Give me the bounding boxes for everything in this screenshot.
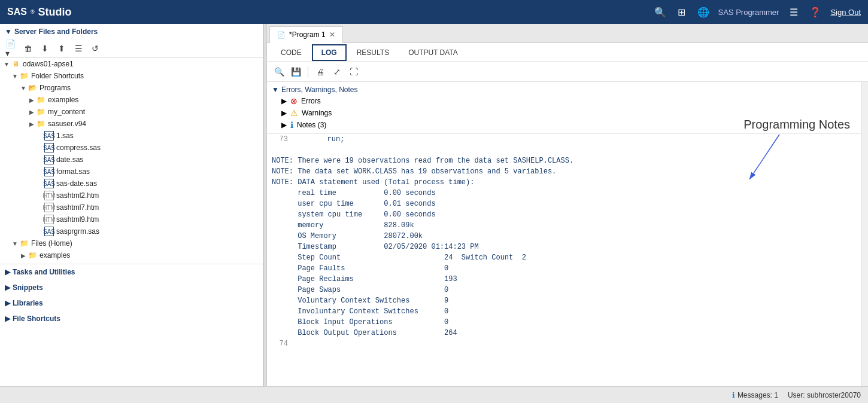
code-tab[interactable]: CODE xyxy=(272,44,311,61)
tree-item-sasuser[interactable]: ▶ 📁 sasuser.v94 xyxy=(0,118,263,130)
tree-item-sasprgrm[interactable]: SAS sasprgrm.sas xyxy=(0,225,263,237)
tasks-label: Tasks and Utilities xyxy=(13,268,75,276)
note-line-timestamp: Timestamp 02/05/2020 01:14:23 PM xyxy=(272,242,856,252)
note-line-3: NOTE: DATA statement used (Total process… xyxy=(272,177,856,188)
download-button[interactable]: ⬇ xyxy=(38,42,51,55)
file-tree: ▼ 🖥 odaws01-apse1 ▼ 📁 Folder Shortcuts ▼… xyxy=(0,58,263,261)
warnings-item[interactable]: ▶ ⚠ Warnings xyxy=(272,107,856,119)
fullscreen-icon[interactable]: ⛶ xyxy=(347,65,361,79)
user-label: SAS Programmer xyxy=(718,8,779,17)
file-shortcuts-section[interactable]: ▶ File Shortcuts xyxy=(0,311,263,326)
help-icon[interactable]: ❓ xyxy=(809,5,822,19)
log-content-wrapper: ▼ Errors, Warnings, Notes ▶ ⊗ Errors ▶ ⚠… xyxy=(267,82,868,386)
tree-item-sashtml7[interactable]: HTM sashtml7.htm xyxy=(0,202,263,213)
new-file-button[interactable]: 📄▾ xyxy=(5,42,18,55)
tree-item-1sas[interactable]: SAS 1.sas xyxy=(0,130,263,142)
apps-icon[interactable]: ⊞ xyxy=(675,5,688,19)
tree-item-sashtml9[interactable]: HTM sashtml9.htm xyxy=(0,213,263,225)
arrow-folder-shortcuts: ▼ xyxy=(11,73,19,80)
ewn-header[interactable]: ▼ Errors, Warnings, Notes xyxy=(272,84,856,95)
tree-item-examples-home[interactable]: ▶ 📁 examples xyxy=(0,249,263,261)
globe-icon[interactable]: 🌐 xyxy=(697,5,710,19)
note-line-memory: memory 828.09k xyxy=(272,220,856,231)
notes-expand-arrow: ▶ xyxy=(281,121,287,129)
output-data-tab-label: OUTPUT DATA xyxy=(408,48,458,57)
arrow-files-home: ▼ xyxy=(11,240,19,247)
save-log-icon[interactable]: 💾 xyxy=(289,65,303,79)
upload-button[interactable]: ⬆ xyxy=(55,42,68,55)
tree-item-my-content[interactable]: ▶ 📁 my_content xyxy=(0,106,263,118)
arrow-sasuser: ▶ xyxy=(28,121,36,127)
tree-item-programs[interactable]: ▼ 📂 Programs xyxy=(0,82,263,94)
file-shortcuts-label: File Shortcuts xyxy=(13,315,60,323)
tree-item-compress[interactable]: SAS compress.sas xyxy=(0,142,263,154)
tab-bar: 📄 *Program 1 ✕ xyxy=(267,24,868,43)
header-right: 🔍 ⊞ 🌐 SAS Programmer ☰ ❓ Sign Out xyxy=(654,5,861,19)
delete-button[interactable]: 🗑 xyxy=(22,42,35,55)
code-line-74: 74 xyxy=(272,338,856,349)
1sas-label: 1.sas xyxy=(56,132,74,140)
arrow-snippets: ▶ xyxy=(5,283,10,292)
tree-item-sasdate[interactable]: SAS sas-date.sas xyxy=(0,178,263,190)
errors-label: Errors xyxy=(301,97,321,105)
notes-label: Notes (3) xyxy=(297,121,326,129)
ewn-header-label: Errors, Warnings, Notes xyxy=(281,86,358,94)
libraries-section[interactable]: ▶ Libraries xyxy=(0,295,263,311)
toolbar-divider xyxy=(308,66,308,78)
notes-item[interactable]: ▶ ℹ Notes (3) xyxy=(272,119,856,131)
main-layout: ▼ Server Files and Folders 📄▾ 🗑 ⬇ ⬆ ☰ ↺ … xyxy=(0,24,868,386)
tab-close-button[interactable]: ✕ xyxy=(329,30,335,39)
tree-item-files-home[interactable]: ▼ 📁 Files (Home) xyxy=(0,237,263,249)
programs-icon: 📂 xyxy=(28,83,37,93)
warning-icon: ⚠ xyxy=(290,108,298,118)
tree-item-folder-shortcuts[interactable]: ▼ 📁 Folder Shortcuts xyxy=(0,70,263,82)
sasuser-icon: 📁 xyxy=(36,119,45,129)
server-files-section[interactable]: ▼ Server Files and Folders xyxy=(0,24,263,39)
filter-icon[interactable]: 🔍 xyxy=(272,65,286,79)
expand-icon[interactable]: ⤢ xyxy=(330,65,344,79)
errors-item[interactable]: ▶ ⊗ Errors xyxy=(272,95,856,107)
app-header: SAS® Studio 🔍 ⊞ 🌐 SAS Programmer ☰ ❓ Sig… xyxy=(0,0,868,24)
tree-item-format[interactable]: SAS format.sas xyxy=(0,166,263,178)
user-status-label: User: subhroster20070 xyxy=(788,391,861,399)
refresh-button[interactable]: ↺ xyxy=(89,42,102,55)
properties-button[interactable]: ☰ xyxy=(72,42,85,55)
sashtml7-icon: HTM xyxy=(44,203,54,212)
sasprgrm-icon: SAS xyxy=(44,227,54,236)
code-tab-label: CODE xyxy=(281,48,302,57)
results-tab[interactable]: RESULTS xyxy=(348,44,398,61)
error-icon: ⊗ xyxy=(290,96,298,106)
files-home-label: Files (Home) xyxy=(31,239,72,248)
log-tab[interactable]: LOG xyxy=(312,44,347,61)
tree-item-server[interactable]: ▼ 🖥 odaws01-apse1 xyxy=(0,58,263,70)
snippets-section[interactable]: ▶ Snippets xyxy=(0,280,263,295)
tree-item-examples[interactable]: ▶ 📁 examples xyxy=(0,94,263,106)
right-scrollbar[interactable] xyxy=(861,82,868,386)
status-messages: ℹ Messages: 1 xyxy=(732,391,778,399)
note-line-pagefaults: Page Faults 0 xyxy=(272,263,856,274)
folder-shortcuts-icon: 📁 xyxy=(19,71,29,81)
sub-tab-bar: CODE LOG RESULTS OUTPUT DATA xyxy=(267,43,868,62)
tasks-utilities-section[interactable]: ▶ Tasks and Utilities xyxy=(0,264,263,280)
output-data-tab[interactable]: OUTPUT DATA xyxy=(399,44,467,61)
print-icon[interactable]: 🖨 xyxy=(313,65,327,79)
programs-label: Programs xyxy=(40,84,71,92)
ewn-expand-arrow: ▶ xyxy=(281,97,287,105)
menu-icon[interactable]: ☰ xyxy=(787,5,800,19)
date-label: date.sas xyxy=(56,155,83,164)
tree-item-sashtml2[interactable]: HTM sashtml2.htm xyxy=(0,190,263,202)
arrow-programs: ▼ xyxy=(19,85,28,91)
note-line-blockin: Block Input Operations 0 xyxy=(272,317,856,328)
ewn-section: ▼ Errors, Warnings, Notes ▶ ⊗ Errors ▶ ⚠… xyxy=(267,82,861,134)
program1-tab[interactable]: 📄 *Program 1 ✕ xyxy=(269,26,343,43)
collapse-arrow: ▼ xyxy=(5,28,12,36)
tree-item-date[interactable]: SAS date.sas xyxy=(0,154,263,166)
log-panel: ▼ Errors, Warnings, Notes ▶ ⊗ Errors ▶ ⚠… xyxy=(267,82,861,386)
arrow-examples-home: ▶ xyxy=(19,252,28,259)
search-icon[interactable]: 🔍 xyxy=(654,5,667,19)
signout-button[interactable]: Sign Out xyxy=(830,8,861,17)
sidebar-toolbar: 📄▾ 🗑 ⬇ ⬆ ☰ ↺ xyxy=(0,39,263,58)
log-tab-label: LOG xyxy=(321,48,337,57)
studio-label: Studio xyxy=(38,6,72,19)
note-line-2: NOTE: The data set WORK.CLASS has 19 obs… xyxy=(272,166,856,177)
